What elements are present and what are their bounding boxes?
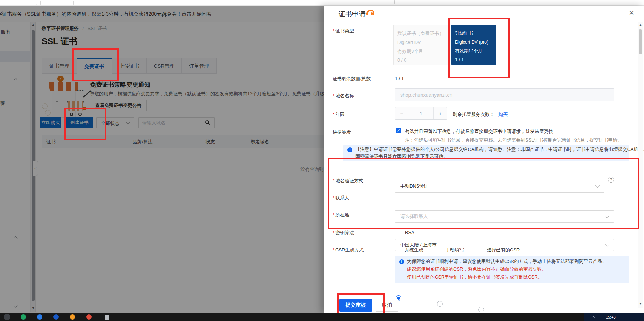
card-quota: 0 / 0 bbox=[397, 56, 445, 65]
field-label-quick-issue: 快捷签发 bbox=[333, 129, 351, 136]
domain-name-input[interactable]: shop.chunxuanyanzi.cn bbox=[395, 88, 614, 101]
remaining-value: 1 / 1 bbox=[395, 76, 404, 81]
taskbar-app-icon[interactable] bbox=[53, 314, 59, 320]
radio-csr-existing-label[interactable]: 选择已有的CSR bbox=[487, 247, 520, 253]
taskbar-clock[interactable]: 15:43 bbox=[606, 313, 616, 321]
help-icon[interactable]: ? bbox=[608, 177, 614, 183]
scroll-up-arrow-icon[interactable]: ▲ bbox=[639, 24, 642, 26]
field-label-csr: *CSR生成方式 bbox=[333, 247, 364, 253]
card-name: 默认证书（免费证书） bbox=[397, 29, 445, 38]
quick-issue-note: 注：勾选后可填写证书信息，直接提交审核。未勾选需要到SSL证书控制台完善证书信息… bbox=[405, 137, 622, 143]
taskbar-app-icon[interactable] bbox=[86, 314, 92, 320]
radio-csr-manual[interactable] bbox=[437, 301, 443, 307]
card-name: 升级证书 bbox=[455, 29, 492, 38]
field-label-domain: *域名名称 bbox=[333, 93, 354, 99]
field-label-remaining: 证书剩余数量/总数 bbox=[333, 76, 371, 82]
scroll-down-arrow-icon[interactable]: ▼ bbox=[639, 302, 642, 305]
taskbar-app-icon[interactable] bbox=[37, 314, 42, 320]
taskbar-file-icon[interactable] bbox=[105, 315, 109, 320]
ca-notice-box: i 【注意】申请证书需要将您提供的个人/公司信息提交给CA机构，请知悉。注意：非… bbox=[343, 145, 629, 161]
info-icon: i bbox=[399, 259, 404, 264]
drawer-scrollbar-thumb[interactable] bbox=[639, 29, 642, 54]
drawer-title: 证书申请 bbox=[339, 10, 366, 19]
drawer-header-divider bbox=[331, 24, 636, 24]
hosting-remaining-label: 剩余托管服务次数： bbox=[453, 111, 494, 118]
card-validity: 有效期12个月 bbox=[455, 47, 492, 56]
field-label-cert-type: *证书类型 bbox=[333, 28, 354, 34]
browser-popup-stub bbox=[394, 0, 480, 4]
taskbar-app-icon[interactable] bbox=[4, 314, 10, 320]
cancel-button[interactable]: 取消 bbox=[376, 299, 398, 312]
card-validity: 有效期3个月 bbox=[397, 47, 445, 56]
stepper-plus-button[interactable]: + bbox=[434, 107, 447, 119]
chevron-down-icon bbox=[595, 183, 600, 188]
radio-rsa-label[interactable]: RSA bbox=[405, 230, 414, 235]
field-label-key-algo: *密钥算法 bbox=[333, 230, 354, 236]
cert-type-card-default[interactable]: 默认证书（免费证书） Digicert DV 有效期3个月 0 / 0 bbox=[393, 25, 449, 65]
submit-review-button[interactable]: 提交审核 bbox=[339, 299, 372, 312]
csr-notice-box: i 为保障您的证书顺利申请，建议您使用默认生成CSR的方式，手动上传将无法部署到… bbox=[395, 256, 629, 283]
taskbar-app-icon[interactable] bbox=[21, 314, 26, 320]
app: 字证书服务（SSL证书服务）的体验调研，仅需1-3分钟，有机会获得200元代金券… bbox=[0, 0, 644, 321]
drawer-footer-divider bbox=[331, 294, 636, 294]
card-brand: Digicert DV bbox=[397, 38, 445, 47]
csr-notice-line3: 使用已创建的CSR申请证书，请不要在证书签发完成前删除CSR。 bbox=[407, 274, 542, 280]
field-label-location: *所在地 bbox=[333, 212, 349, 218]
taskbar: 15:43 bbox=[0, 313, 644, 321]
info-icon: i bbox=[347, 147, 352, 152]
browser-tab-stub[interactable] bbox=[40, 1, 74, 5]
csr-notice-line1: 为保障您的证书顺利申请，建议您使用默认生成CSR的方式，手动上传将无法部署到阿里… bbox=[407, 258, 607, 265]
headset-support-icon[interactable] bbox=[366, 9, 374, 16]
dcv-method-value: 手动DNS验证 bbox=[400, 183, 428, 189]
cert-type-card-upgrade[interactable]: 升级证书 Digicert DV (pro) 有效期12个月 1 / 1 bbox=[451, 25, 496, 65]
radio-csr-manual-label[interactable]: 手动填写 bbox=[445, 247, 464, 253]
stepper-minus-button[interactable]: − bbox=[395, 107, 408, 119]
quick-issue-checkbox[interactable]: ✓ bbox=[396, 128, 401, 133]
chevron-down-icon bbox=[605, 214, 609, 218]
tray-chevron-up-icon[interactable] bbox=[592, 316, 595, 319]
ca-notice-line1: 【注意】申请证书需要将您提供的个人/公司信息提交给CA机构，请知悉。注意：非国产… bbox=[355, 146, 644, 153]
browser-chrome-strip bbox=[0, 0, 644, 6]
years-stepper: − 1 + bbox=[395, 107, 447, 120]
hosting-buy-link[interactable]: 购买 bbox=[498, 111, 508, 118]
domain-name-value: shop.chunxuanyanzi.cn bbox=[400, 92, 452, 98]
card-brand: Digicert DV (pro) bbox=[455, 38, 492, 47]
close-icon[interactable]: × bbox=[629, 9, 634, 16]
modal-dim-overlay bbox=[0, 6, 324, 313]
years-value: 1 bbox=[408, 107, 434, 119]
field-label-years: *年限 bbox=[333, 111, 345, 118]
radio-csr-existing[interactable] bbox=[478, 307, 484, 312]
contact-select[interactable]: 请选择联系人 bbox=[395, 210, 614, 223]
radio-csr-system-label[interactable]: 系统生成 bbox=[405, 247, 423, 253]
drawer-scrollbar[interactable] bbox=[638, 22, 643, 308]
taskbar-tray: 15:43 bbox=[584, 313, 644, 321]
dcv-method-select[interactable]: 手动DNS验证 bbox=[395, 180, 604, 193]
ca-notice-line2: 国密算法证书只能在国密浏览器下显示可信。 bbox=[355, 153, 448, 160]
chevron-down-icon bbox=[605, 242, 609, 247]
card-quota: 1 / 1 bbox=[455, 56, 492, 65]
show-desktop-divider[interactable] bbox=[641, 314, 641, 320]
quick-issue-text: 勾选并且完善以下信息，付款后将直接提交证书申请请求，签发速度更快 bbox=[405, 128, 553, 135]
csr-notice-line2: 建议您使用系统创建的CSR，避免因内容不正确而导致的审核失败。 bbox=[407, 266, 546, 272]
field-label-dcv: *域名验证方式 bbox=[333, 178, 363, 184]
field-label-contact: *联系人 bbox=[333, 195, 349, 201]
contact-placeholder: 请选择联系人 bbox=[400, 213, 428, 220]
taskbar-app-icon[interactable] bbox=[70, 314, 75, 320]
browser-tab-stub[interactable] bbox=[16, 1, 37, 5]
